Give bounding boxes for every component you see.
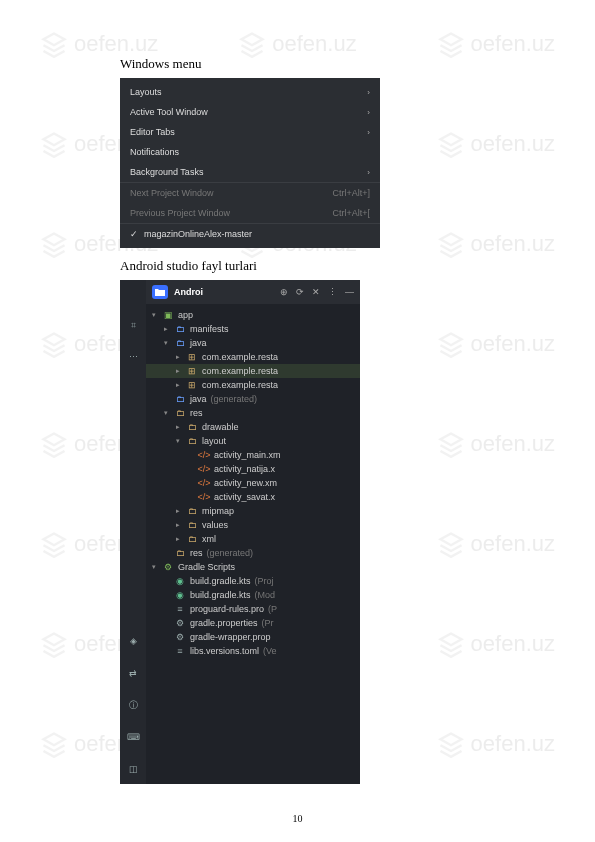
menu-item-label: Editor Tabs xyxy=(130,127,175,137)
menu-item-project-checked[interactable]: ✓ magazinOnlineAlex-master xyxy=(120,223,380,244)
structure-tool-icon[interactable]: ⌗ xyxy=(126,318,140,332)
info-tool-icon[interactable]: ⓘ xyxy=(126,698,140,712)
tree-item-label: activity_natija.x xyxy=(214,464,275,474)
tree-item-label: Gradle Scripts xyxy=(178,562,235,572)
tree-item[interactable]: ▸⊞com.example.resta xyxy=(146,364,360,378)
folder-icon: 🗀 xyxy=(186,534,198,544)
tree-item[interactable]: ▾⚙Gradle Scripts xyxy=(146,560,360,574)
expand-icon[interactable]: ⟳ xyxy=(296,287,304,297)
tree-item-label: build.gradle.kts xyxy=(190,590,251,600)
package-icon: ⊞ xyxy=(186,352,198,362)
gradle-file-icon: ◉ xyxy=(174,590,186,600)
tree-item[interactable]: ▸⊞com.example.resta xyxy=(146,378,360,392)
menu-item-layouts[interactable]: Layouts › xyxy=(120,82,380,102)
tree-item-label: xml xyxy=(202,534,216,544)
xml-file-icon: </> xyxy=(198,478,210,488)
project-view-selector[interactable]: Androi xyxy=(174,287,203,297)
tree-item[interactable]: ▾🗀layout xyxy=(146,434,360,448)
tree-item-label: com.example.resta xyxy=(202,366,278,376)
tree-item-label: layout xyxy=(202,436,226,446)
tree-caret-icon: ▾ xyxy=(150,311,158,319)
tree-item[interactable]: ▸🗀mipmap xyxy=(146,504,360,518)
tree-item[interactable]: ▸🗀xml xyxy=(146,532,360,546)
tree-item[interactable]: ≡proguard-rules.pro (P xyxy=(146,602,360,616)
folder-icon: 🗀 xyxy=(186,520,198,530)
menu-item-active-tool-window[interactable]: Active Tool Window › xyxy=(120,102,380,122)
tree-item-suffix: (generated) xyxy=(211,394,258,404)
tree-item-suffix: (Pr xyxy=(262,618,274,628)
submenu-arrow-icon: › xyxy=(367,168,370,177)
gradle-file-icon: ◉ xyxy=(174,576,186,586)
tree-item[interactable]: ▾▣app xyxy=(146,308,360,322)
hide-icon[interactable]: — xyxy=(345,287,354,297)
tree-item[interactable]: ▸⊞com.example.resta xyxy=(146,350,360,364)
tree-item[interactable]: ▾🗀res xyxy=(146,406,360,420)
settings-icon[interactable]: ⋮ xyxy=(328,287,337,297)
tree-caret-icon: ▸ xyxy=(174,535,182,543)
project-panel-header: Androi ⊕ ⟳ ✕ ⋮ — xyxy=(146,280,360,304)
submenu-arrow-icon: › xyxy=(367,88,370,97)
tree-item[interactable]: ⚙gradle-wrapper.prop xyxy=(146,630,360,644)
menu-item-shortcut: Ctrl+Alt+] xyxy=(332,188,370,198)
tree-item[interactable]: </>activity_natija.x xyxy=(146,462,360,476)
menu-item-shortcut: Ctrl+Alt+[ xyxy=(332,208,370,218)
tree-item-suffix: (Mod xyxy=(255,590,276,600)
tree-caret-icon: ▸ xyxy=(174,381,182,389)
swap-tool-icon[interactable]: ⇄ xyxy=(126,666,140,680)
folder-icon: 🗀 xyxy=(174,394,186,404)
file-icon: ≡ xyxy=(174,646,186,656)
tree-item[interactable]: ≡libs.versions.toml (Ve xyxy=(146,644,360,658)
project-tree: ▾▣app▸🗀manifests▾🗀java▸⊞com.example.rest… xyxy=(146,304,360,662)
collapse-icon[interactable]: ✕ xyxy=(312,287,320,297)
tree-item-label: activity_main.xm xyxy=(214,450,281,460)
folder-icon: 🗀 xyxy=(174,548,186,558)
menu-item-label: Notifications xyxy=(130,147,179,157)
tree-item-label: java xyxy=(190,394,207,404)
tree-item[interactable]: 🗀res (generated) xyxy=(146,546,360,560)
xml-file-icon: </> xyxy=(198,450,210,460)
tree-item[interactable]: </>activity_savat.x xyxy=(146,490,360,504)
layout-tool-icon[interactable]: ◫ xyxy=(126,762,140,776)
menu-item-editor-tabs[interactable]: Editor Tabs › xyxy=(120,122,380,142)
terminal-tool-icon[interactable]: ⌨ xyxy=(126,730,140,744)
tree-item-label: activity_new.xm xyxy=(214,478,277,488)
folder-icon: 🗀 xyxy=(186,506,198,516)
menu-item-label: Background Tasks xyxy=(130,167,203,177)
tree-item-label: manifests xyxy=(190,324,229,334)
gear-icon: ⚙ xyxy=(174,632,186,642)
tree-item[interactable]: ▸🗀drawable xyxy=(146,420,360,434)
tree-item[interactable]: ▾🗀java xyxy=(146,336,360,350)
menu-item-label: magazinOnlineAlex-master xyxy=(144,229,252,239)
tree-item-label: com.example.resta xyxy=(202,380,278,390)
tree-item[interactable]: </>activity_new.xm xyxy=(146,476,360,490)
tree-item-label: build.gradle.kts xyxy=(190,576,251,586)
target-icon[interactable]: ⊕ xyxy=(280,287,288,297)
diamond-tool-icon[interactable]: ◈ xyxy=(126,634,140,648)
tree-item[interactable]: </>activity_main.xm xyxy=(146,448,360,462)
menu-item-background-tasks[interactable]: Background Tasks › xyxy=(120,162,380,182)
tree-item[interactable]: ◉build.gradle.kts (Proj xyxy=(146,574,360,588)
tree-item[interactable]: ▸🗀values xyxy=(146,518,360,532)
tree-item[interactable]: ⚙gradle.properties (Pr xyxy=(146,616,360,630)
more-tool-icon[interactable]: ⋯ xyxy=(126,350,140,364)
tree-item-suffix: (Proj xyxy=(255,576,274,586)
tree-caret-icon: ▸ xyxy=(174,521,182,529)
tree-caret-icon: ▸ xyxy=(162,325,170,333)
tree-item-label: drawable xyxy=(202,422,239,432)
tree-item[interactable]: ▸🗀manifests xyxy=(146,322,360,336)
xml-file-icon: </> xyxy=(198,464,210,474)
menu-item-label: Active Tool Window xyxy=(130,107,208,117)
tree-caret-icon: ▸ xyxy=(174,367,182,375)
package-icon: ⊞ xyxy=(186,366,198,376)
tree-item[interactable]: 🗀java (generated) xyxy=(146,392,360,406)
tree-item-suffix: (generated) xyxy=(207,548,254,558)
tree-item-label: libs.versions.toml xyxy=(190,646,259,656)
tree-item-label: gradle-wrapper.prop xyxy=(190,632,271,642)
menu-item-label: Previous Project Window xyxy=(130,208,230,218)
package-icon: ⊞ xyxy=(186,380,198,390)
folder-icon: 🗀 xyxy=(174,324,186,334)
check-icon: ✓ xyxy=(130,229,140,239)
menu-item-notifications[interactable]: Notifications xyxy=(120,142,380,162)
heading-android-studio-files: Android studio fayl turlari xyxy=(120,258,475,274)
tree-item[interactable]: ◉build.gradle.kts (Mod xyxy=(146,588,360,602)
